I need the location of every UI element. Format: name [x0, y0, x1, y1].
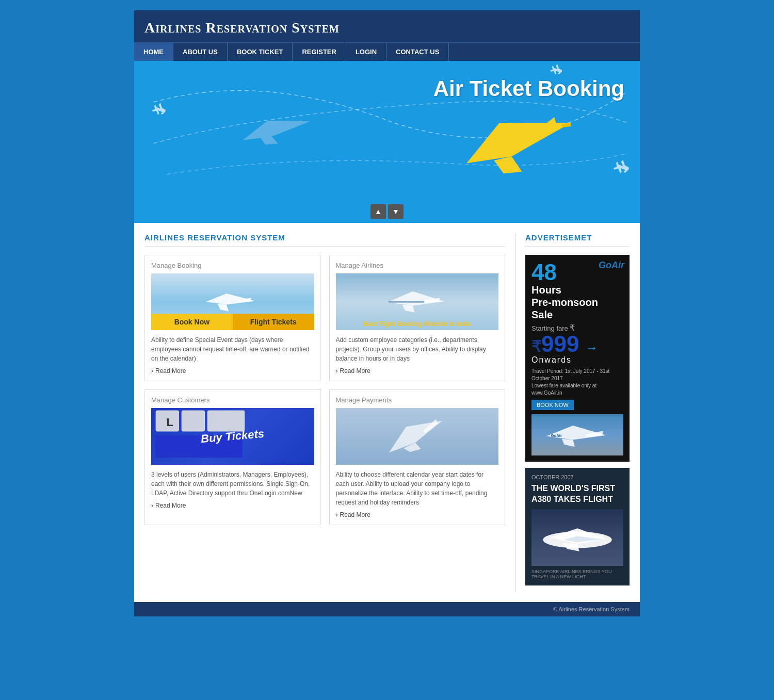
- goair-travel-period: Travel Period: 1st July 2017 - 31st Octo…: [531, 368, 623, 397]
- card-image-booking: Book Now Flight Tickets: [151, 273, 314, 330]
- plane-small-left: [150, 102, 166, 121]
- card-text-airlines: Add custom employee categories (i.e., de…: [336, 335, 499, 363]
- svg-rect-0: [389, 301, 424, 302]
- read-more-airlines[interactable]: › Read More: [336, 367, 499, 375]
- nav-item-about[interactable]: ABOUT US: [173, 43, 228, 61]
- nav-item-home[interactable]: HOME: [134, 43, 173, 61]
- card-manage-airlines: Manage Airlines Best Flight Booking Webs…: [329, 255, 506, 381]
- goair-travel-dates: Travel Period: 1st July 2017 - 31st Octo…: [531, 368, 623, 382]
- chevron-right-icon: ›: [151, 367, 153, 375]
- singapore-caption: SINGAPORE AIRLINES BRINGS YOU TRAVEL IN …: [531, 569, 623, 579]
- svg-rect-3: [207, 411, 245, 432]
- flight-tickets-label: Flight Tickets: [233, 314, 314, 330]
- card-text-customers: 3 levels of users (Administrators, Manag…: [151, 470, 314, 498]
- card-title-customers: Manage Customers: [151, 396, 314, 404]
- read-more-payments[interactable]: › Read More: [336, 511, 499, 518]
- plane-medium-center: [237, 112, 320, 151]
- slider-up-button[interactable]: ▲: [370, 204, 386, 219]
- singapore-title: THE WORLD'S FIRST A380 TAKES FLIGHT: [531, 483, 623, 505]
- card-text-payments: Ability to choose different calendar yea…: [336, 470, 499, 507]
- card-text-booking: Ability to define Special Event days (da…: [151, 335, 314, 363]
- booking-plane-svg: [202, 286, 264, 317]
- cards-grid: Manage Booking Book Now Flight Ti: [144, 255, 505, 525]
- chevron-right-icon-2: ›: [336, 367, 338, 375]
- footer-text: © Airlines Reservation System: [553, 606, 630, 612]
- left-section: AIRLINES RESERVATION SYSTEM Manage Booki…: [144, 233, 516, 592]
- hero-title: Air Ticket Booking: [433, 76, 624, 101]
- read-more-label-4: Read More: [340, 511, 370, 518]
- card-title-airlines: Manage Airlines: [336, 262, 499, 269]
- customers-image-bg: L Buy Tickets: [151, 408, 314, 465]
- airlines-text-overlay: Best Flight Booking Website In India: [336, 320, 499, 328]
- card-manage-booking: Manage Booking Book Now Flight Ti: [144, 255, 321, 381]
- right-section: ADVERTISEMET GoAir 48 Hours Pre-monsoon …: [516, 233, 630, 592]
- svg-text:L: L: [167, 416, 173, 429]
- plane-yellow-large: [454, 102, 588, 187]
- nav-item-contact[interactable]: CONTACT US: [386, 43, 449, 61]
- rupee-big-icon: ₹: [531, 338, 541, 355]
- card-manage-payments: Manage Payments: [329, 389, 506, 525]
- goair-logo: GoAir: [599, 260, 624, 271]
- ad-heading: ADVERTISEMET: [525, 233, 630, 247]
- singapore-plane-image: [531, 509, 623, 566]
- goair-plane-image: GoAir: [531, 414, 623, 455]
- chevron-right-icon-3: ›: [151, 502, 153, 509]
- site-footer: © Airlines Reservation System: [134, 602, 640, 616]
- card-image-customers: L Buy Tickets: [151, 408, 314, 465]
- nav-bar: HOME ABOUT US BOOK TICKET REGISTER LOGIN…: [134, 42, 640, 61]
- singapore-date: OCTOBER 2007: [531, 474, 623, 480]
- singapore-ad: OCTOBER 2007 THE WORLD'S FIRST A380 TAKE…: [525, 468, 630, 585]
- slider-down-button[interactable]: ▼: [388, 204, 404, 219]
- plane-small-right: [611, 159, 630, 180]
- read-more-label-3: Read More: [155, 502, 186, 509]
- book-now-label: Book Now: [151, 314, 233, 330]
- section-heading: AIRLINES RESERVATION SYSTEM: [144, 233, 505, 247]
- read-more-label-2: Read More: [340, 367, 370, 375]
- site-title: Airlines Reservation System: [144, 20, 630, 36]
- goair-arrow-icon: →: [586, 340, 598, 354]
- goair-onwards: Onwards: [531, 355, 623, 365]
- card-image-payments: [336, 408, 499, 465]
- chevron-right-icon-4: ›: [336, 511, 338, 518]
- main-content: AIRLINES RESERVATION SYSTEM Manage Booki…: [134, 223, 640, 602]
- nav-item-login[interactable]: LOGIN: [346, 43, 386, 61]
- goair-presale-line1: Hours: [531, 284, 623, 296]
- goair-lowest-fare: Lowest fare available only at www.GoAir.…: [531, 382, 623, 397]
- goair-presale-line2: Pre-monsoon: [531, 296, 623, 308]
- svg-text:GoAir: GoAir: [551, 433, 562, 438]
- read-more-customers[interactable]: › Read More: [151, 502, 314, 509]
- goair-ad: GoAir 48 Hours Pre-monsoon Sale Starting…: [525, 255, 630, 462]
- card-title-booking: Manage Booking: [151, 262, 314, 269]
- goair-price-number: 999: [541, 331, 579, 356]
- goair-hours-number: 4: [531, 259, 544, 285]
- booking-buttons-overlay: Book Now Flight Tickets: [151, 314, 314, 330]
- singapore-plane-svg: [536, 514, 619, 561]
- hero-banner: Air Ticket Booking: [134, 61, 640, 200]
- payments-plane-svg: [376, 413, 458, 460]
- payments-image-bg: [336, 408, 499, 465]
- plane-small-top: [548, 63, 562, 80]
- airlines-plane-svg: [383, 285, 450, 319]
- goair-plane-svg: GoAir: [541, 419, 614, 450]
- card-image-airlines: Best Flight Booking Website In India: [336, 273, 499, 330]
- goair-price: ₹999 →: [531, 333, 623, 355]
- nav-item-register[interactable]: REGISTER: [293, 43, 346, 61]
- goair-presale-line3: Sale: [531, 308, 623, 321]
- card-manage-customers: Manage Customers L: [144, 389, 321, 525]
- airlines-image-bg: Best Flight Booking Website In India: [336, 273, 499, 330]
- svg-rect-2: [182, 411, 205, 432]
- slider-controls: ▲ ▼: [134, 200, 640, 223]
- goair-book-button[interactable]: BOOK NOW: [531, 400, 574, 410]
- read-more-booking[interactable]: › Read More: [151, 367, 314, 375]
- booking-image-bg: Book Now Flight Tickets: [151, 273, 314, 330]
- nav-item-book[interactable]: BOOK TICKET: [228, 43, 293, 61]
- site-header: Airlines Reservation System: [134, 10, 640, 42]
- card-title-payments: Manage Payments: [336, 396, 499, 404]
- read-more-label: Read More: [155, 367, 186, 375]
- goair-hours-highlight: 8: [544, 259, 556, 285]
